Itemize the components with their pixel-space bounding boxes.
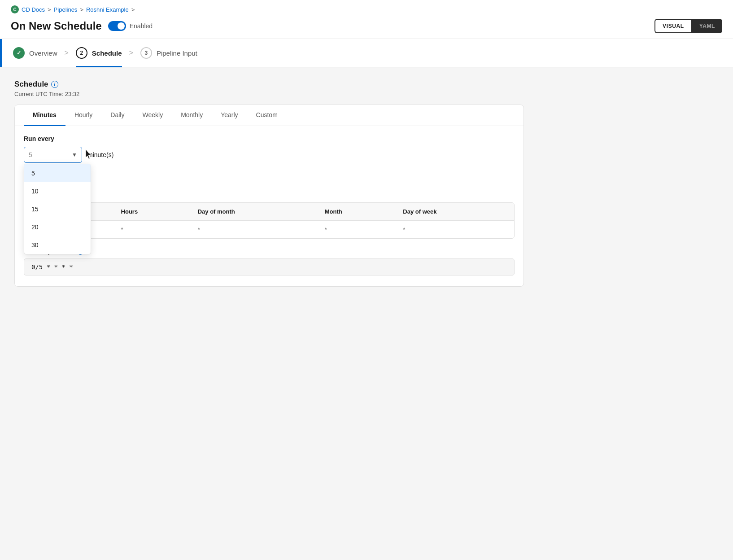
tab-custom[interactable]: Custom — [247, 105, 287, 126]
dropdown-item-20[interactable]: 20 — [24, 218, 91, 236]
col-day-of-week: Day of week — [396, 203, 514, 221]
enabled-label: Enabled — [130, 22, 153, 30]
step-schedule[interactable]: 2 Schedule — [76, 39, 122, 67]
tab-weekly[interactable]: Weekly — [133, 105, 172, 126]
step-sep-2: > — [129, 49, 133, 57]
main-content: Schedule i Current UTC Time: 23:32 Minut… — [0, 67, 538, 299]
step-2-label: Schedule — [92, 49, 122, 57]
breadcrumb: C CD Docs > Pipelines > Roshni Example > — [11, 5, 722, 13]
tab-bar: Minutes Hourly Daily Weekly Monthly Year… — [15, 105, 524, 126]
page-title-row: On New Schedule Enabled — [11, 20, 153, 32]
breadcrumb-roshni-example[interactable]: Roshni Example — [86, 6, 129, 13]
cell-day-of-month: * — [191, 221, 318, 239]
visual-view-button[interactable]: VISUAL — [655, 20, 691, 32]
step-1-label: Overview — [29, 49, 57, 57]
page-header: On New Schedule Enabled VISUAL YAML — [11, 19, 722, 33]
utc-time: Current UTC Time: 23:32 — [14, 91, 524, 97]
step-pipeline-input[interactable]: 3 Pipeline Input — [140, 39, 197, 67]
yaml-view-button[interactable]: YAML — [692, 19, 722, 33]
schedule-card: Minutes Hourly Daily Weekly Monthly Year… — [14, 105, 524, 287]
col-hours: Hours — [114, 203, 191, 221]
run-every-label: Run every — [24, 135, 515, 142]
toggle-container: Enabled — [108, 21, 153, 31]
step-3-label: Pipeline Input — [157, 49, 197, 57]
header-row: Minutes Hours Day of month Month Day of … — [24, 203, 514, 221]
step-overview[interactable]: ✓ Overview — [13, 39, 57, 67]
section-title: Schedule i — [14, 80, 524, 89]
breakdown-title: Cron Breakdown i — [24, 190, 515, 197]
interval-select[interactable]: 5 ▼ — [24, 147, 82, 163]
cell-hours: * — [114, 221, 191, 239]
chevron-down-icon: ▼ — [72, 152, 77, 158]
schedule-heading: Schedule — [14, 80, 48, 89]
step-1-icon: ✓ — [13, 47, 25, 59]
tab-monthly[interactable]: Monthly — [172, 105, 212, 126]
dropdown-item-30[interactable]: 30 — [24, 236, 91, 254]
tab-minutes[interactable]: Minutes — [24, 105, 65, 126]
cell-month: * — [318, 221, 396, 239]
step-sep-1: > — [65, 49, 69, 57]
dropdown-item-10[interactable]: 10 — [24, 182, 91, 200]
cron-value: 0/5 * * * * — [24, 258, 515, 276]
step-2-icon: 2 — [76, 47, 87, 59]
view-switcher: VISUAL YAML — [654, 19, 722, 33]
step-3-icon: 3 — [140, 47, 152, 59]
cell-day-of-week: * — [396, 221, 514, 239]
breakdown-section: Cron Breakdown i Minutes Hours Day of mo… — [15, 190, 524, 248]
steps-container: ✓ Overview > 2 Schedule > 3 Pipeline Inp… — [2, 39, 208, 67]
breadcrumb-cd-docs[interactable]: CD Docs — [22, 6, 45, 13]
cron-label: Cron Expression i — [24, 248, 515, 255]
breadcrumb-pipelines[interactable]: Pipelines — [54, 6, 78, 13]
cron-table: Minutes Hours Day of month Month Day of … — [24, 203, 514, 238]
interval-dropdown: 5 10 15 20 30 — [24, 164, 91, 254]
selected-value: 5 — [29, 151, 32, 158]
breadcrumb-sep-2: > — [80, 6, 83, 13]
dropdown-item-15[interactable]: 15 — [24, 200, 91, 218]
enabled-toggle[interactable] — [108, 21, 126, 31]
table-header: Minutes Hours Day of month Month Day of … — [24, 203, 514, 221]
breadcrumb-sep-3: > — [131, 6, 135, 13]
tab-yearly[interactable]: Yearly — [212, 105, 247, 126]
interval-select-wrapper: 5 ▼ 5 10 15 20 30 — [24, 147, 82, 163]
col-day-of-month: Day of month — [191, 203, 318, 221]
schedule-info-icon[interactable]: i — [51, 81, 58, 88]
interval-unit: minute(s) — [87, 151, 113, 158]
steps-nav: ✓ Overview > 2 Schedule > 3 Pipeline Inp… — [0, 39, 733, 67]
tab-content: Run every 5 ▼ 5 10 15 20 30 — [15, 126, 524, 163]
run-every-row: 5 ▼ 5 10 15 20 30 minute(s) — [24, 147, 515, 163]
dropdown-item-5[interactable]: 5 — [24, 164, 91, 182]
top-bar: C CD Docs > Pipelines > Roshni Example >… — [0, 0, 733, 39]
breadcrumb-sep-1: > — [48, 6, 51, 13]
page-title: On New Schedule — [11, 20, 102, 32]
col-month: Month — [318, 203, 396, 221]
table-body: * * * * * — [24, 221, 514, 239]
breakdown-table: Minutes Hours Day of month Month Day of … — [24, 202, 515, 239]
logo-icon: C — [11, 5, 19, 13]
table-row: * * * * * — [24, 221, 514, 239]
cron-section: Cron Expression i 0/5 * * * * — [15, 248, 524, 286]
tab-hourly[interactable]: Hourly — [65, 105, 101, 126]
tab-daily[interactable]: Daily — [101, 105, 133, 126]
